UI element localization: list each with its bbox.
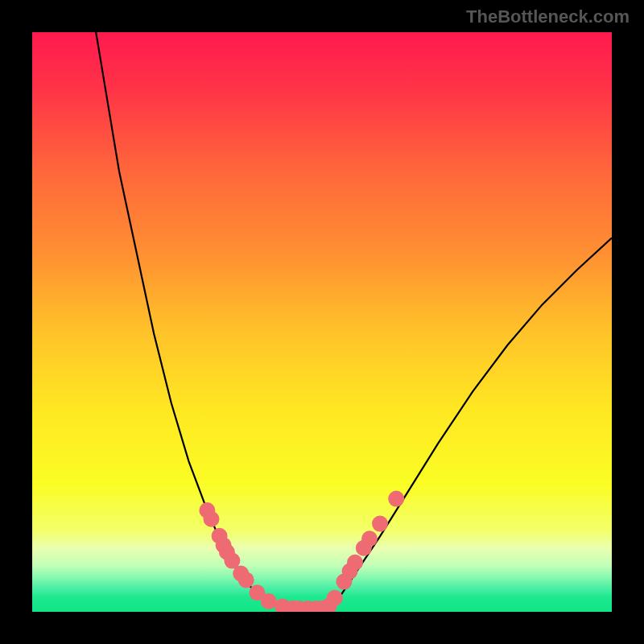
- data-marker: [347, 555, 363, 571]
- data-marker: [238, 572, 254, 588]
- data-marker: [261, 593, 277, 609]
- data-marker: [388, 491, 404, 507]
- data-marker: [327, 590, 343, 606]
- data-markers: [199, 491, 404, 612]
- watermark-text: TheBottleneck.com: [466, 6, 630, 27]
- bottleneck-curve: [96, 32, 612, 609]
- chart-svg: [32, 32, 612, 612]
- data-marker: [372, 516, 388, 532]
- data-marker: [361, 530, 378, 547]
- data-marker: [204, 511, 220, 527]
- plot-area: [32, 32, 612, 612]
